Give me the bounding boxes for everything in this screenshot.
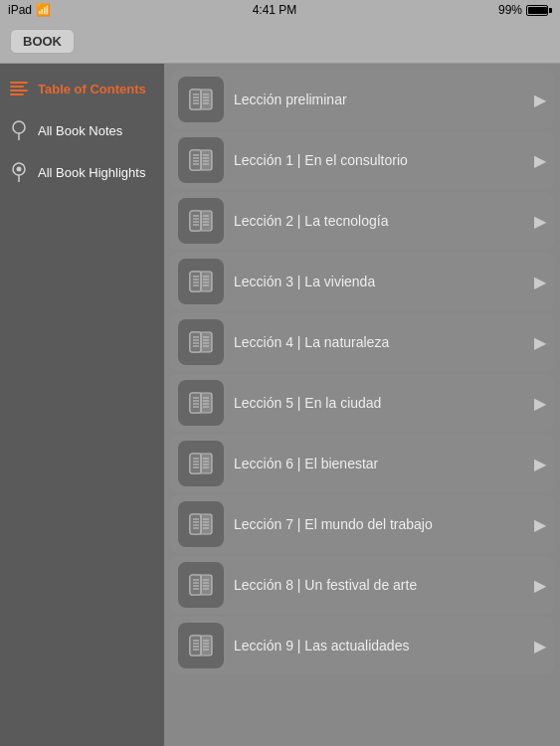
svg-rect-6 xyxy=(190,90,201,109)
sidebar-toc-label: Table of Contents xyxy=(38,82,146,96)
chapter-row[interactable]: Lección 5 | En la ciudad▶ xyxy=(170,374,554,432)
chapter-title: Lección 5 | En la ciudad xyxy=(234,395,524,411)
chevron-right-icon: ▶ xyxy=(534,273,546,291)
chapter-row[interactable]: Lección 7 | El mundo del trabajo▶ xyxy=(170,495,554,553)
book-icon xyxy=(187,389,215,417)
sidebar-item-highlights[interactable]: All Book Highlights xyxy=(0,151,164,193)
book-icon-container xyxy=(178,441,224,486)
chapter-row[interactable]: Lección 1 | En el consultorio▶ xyxy=(170,131,554,189)
book-icon xyxy=(187,268,215,295)
book-icon-container xyxy=(178,259,224,304)
chapter-row[interactable]: Lección 2 | La tecnología▶ xyxy=(170,192,554,250)
book-icon xyxy=(187,86,215,113)
sidebar-item-notes[interactable]: All Book Notes xyxy=(0,109,164,151)
content-area: Lección preliminar▶ Lección 1 | En el co… xyxy=(164,64,560,746)
pin-icon xyxy=(8,119,30,141)
book-icon-container xyxy=(178,623,224,668)
book-icon xyxy=(187,450,215,477)
chapter-title: Lección 4 | La naturaleza xyxy=(234,334,524,350)
book-icon xyxy=(187,632,215,659)
book-icon xyxy=(187,146,215,174)
nav-bar: BOOK xyxy=(0,20,560,64)
chevron-right-icon: ▶ xyxy=(534,91,546,109)
book-icon-container xyxy=(178,198,224,244)
sidebar-item-toc[interactable]: Table of Contents xyxy=(0,68,164,109)
toc-icon xyxy=(8,78,30,99)
battery-percent: 99% xyxy=(498,3,522,17)
highlight-icon xyxy=(8,161,30,183)
chapter-row[interactable]: Lección 8 | Un festival de arte▶ xyxy=(170,556,554,614)
status-right: 99% xyxy=(498,3,552,17)
chapter-title: Lección 2 | La tecnología xyxy=(234,213,524,229)
chapter-row[interactable]: Lección 3 | La vivienda▶ xyxy=(170,253,554,310)
chapter-row[interactable]: Lección 9 | Las actualidades▶ xyxy=(170,617,554,674)
chevron-right-icon: ▶ xyxy=(534,333,546,352)
chapter-title: Lección 9 | Las actualidades xyxy=(234,638,524,653)
svg-rect-61 xyxy=(190,393,201,413)
main-layout: Table of Contents All Book Notes All Boo… xyxy=(0,64,560,746)
book-icon-container xyxy=(178,380,224,426)
chapter-title: Lección 8 | Un festival de arte xyxy=(234,577,524,593)
svg-rect-50 xyxy=(190,332,201,352)
chapter-row[interactable]: Lección 6 | El bienestar▶ xyxy=(170,435,554,492)
svg-rect-72 xyxy=(190,454,201,473)
chevron-right-icon: ▶ xyxy=(534,576,546,595)
book-icon-container xyxy=(178,501,224,547)
book-icon xyxy=(187,207,215,235)
wifi-icon: 📶 xyxy=(36,3,51,17)
status-time: 4:41 PM xyxy=(253,3,297,17)
book-icon-container xyxy=(178,77,224,122)
carrier-label: iPad xyxy=(8,3,32,17)
chapter-row[interactable]: Lección 4 | La naturaleza▶ xyxy=(170,313,554,371)
chevron-right-icon: ▶ xyxy=(534,151,546,170)
book-icon-container xyxy=(178,137,224,183)
book-icon-container xyxy=(178,319,224,365)
svg-point-3 xyxy=(17,167,22,172)
sidebar-notes-label: All Book Notes xyxy=(38,123,122,138)
chevron-right-icon: ▶ xyxy=(534,394,546,413)
book-icon-container xyxy=(178,562,224,608)
chapter-title: Lección preliminar xyxy=(234,92,524,107)
svg-rect-39 xyxy=(190,272,201,291)
battery-icon xyxy=(526,5,552,16)
chapter-title: Lección 6 | El bienestar xyxy=(234,456,524,471)
book-icon xyxy=(187,328,215,356)
chapter-title: Lección 1 | En el consultorio xyxy=(234,152,524,168)
book-icon xyxy=(187,571,215,599)
svg-rect-105 xyxy=(190,636,201,655)
chapter-title: Lección 3 | La vivienda xyxy=(234,274,524,289)
sidebar: Table of Contents All Book Notes All Boo… xyxy=(0,64,164,746)
chapter-row[interactable]: Lección preliminar▶ xyxy=(170,71,554,128)
svg-rect-28 xyxy=(190,211,201,231)
book-icon xyxy=(187,510,215,538)
sidebar-highlights-label: All Book Highlights xyxy=(38,165,145,180)
chevron-right-icon: ▶ xyxy=(534,637,546,655)
svg-rect-83 xyxy=(190,514,201,534)
svg-rect-94 xyxy=(190,575,201,595)
chapter-title: Lección 7 | El mundo del trabajo xyxy=(234,516,524,532)
book-button[interactable]: BOOK xyxy=(10,29,75,54)
status-bar: iPad 📶 4:41 PM 99% xyxy=(0,0,560,20)
chevron-right-icon: ▶ xyxy=(534,515,546,534)
svg-point-0 xyxy=(13,121,25,133)
chevron-right-icon: ▶ xyxy=(534,455,546,473)
chevron-right-icon: ▶ xyxy=(534,212,546,231)
svg-rect-17 xyxy=(190,150,201,170)
status-left: iPad 📶 xyxy=(8,3,51,17)
